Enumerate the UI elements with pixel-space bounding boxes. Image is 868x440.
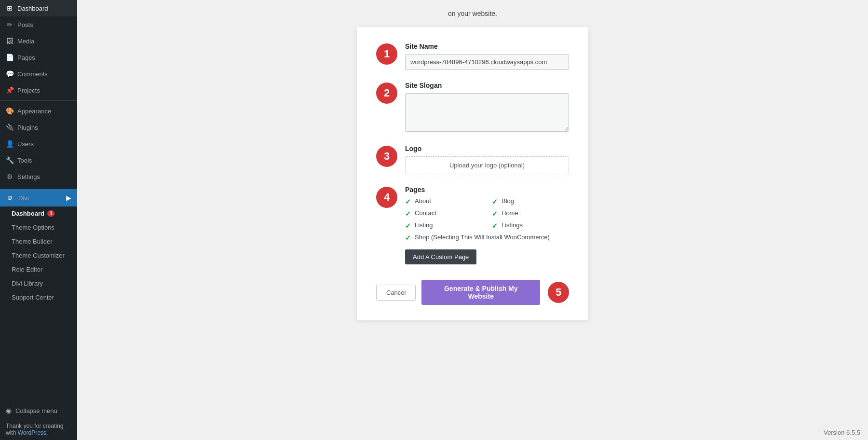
page-item-about: ✓ About [405,197,482,206]
appearance-icon: 🎨 [6,107,14,115]
page-name-home: Home [502,209,518,217]
logo-upload-button[interactable]: Upload your logo (optional) [405,156,569,174]
step-4-circle: 4 [376,187,397,208]
step-2-label: Site Slogan [405,82,569,89]
sidebar-item-appearance[interactable]: 🎨 Appearance [0,103,77,119]
step-4-section: 4 Pages ✓ About ✓ Blog ✓ [376,186,569,242]
divi-sub-item-theme-options[interactable]: Theme Options [0,220,77,234]
page-name-blog: Blog [502,197,514,205]
page-item-shop: ✓ Shop (Selecting This Will Install WooC… [405,234,569,242]
divi-sub-item-label: Theme Customizer [12,252,65,259]
pages-icon: 📄 [6,54,14,61]
media-icon: 🖼 [6,37,14,45]
active-indicator: ▶ [66,194,71,202]
divi-sub-item-dashboard[interactable]: Dashboard 1 [0,206,77,220]
add-custom-page-button[interactable]: Add A Custom Page [405,249,476,264]
divi-sub-item-theme-customizer[interactable]: Theme Customizer [0,248,77,262]
page-item-blog: ✓ Blog [492,197,569,206]
collapse-menu-button[interactable]: ◉ Collapse menu [0,402,77,419]
posts-icon: ✏ [6,21,14,28]
sidebar-item-label: Tools [17,157,32,164]
main-content: on your website. 1 Site Name 2 Site Slog… [77,0,868,440]
sidebar-item-label: Settings [17,173,40,180]
check-shop: ✓ [405,234,411,242]
sidebar-item-posts[interactable]: ✏ Posts [0,16,77,33]
step-2-section: 2 Site Slogan [376,82,569,133]
divi-sub-item-label: Theme Options [12,224,54,231]
sidebar-item-label: Posts [17,21,33,28]
divi-sub-item-label: Divi Library [12,280,43,287]
page-item-listing: ✓ Listing [405,221,482,230]
sidebar-item-settings[interactable]: ⚙ Settings [0,168,77,185]
step-3-content: Logo Upload your logo (optional) [405,145,569,174]
sidebar-item-label: Dashboard [17,5,48,12]
sidebar-item-pages[interactable]: 📄 Pages [0,49,77,66]
wordpress-link[interactable]: WordPress [18,429,46,436]
step-1-label: Site Name [405,42,569,50]
sidebar-item-divi[interactable]: D Divi ▶ [0,189,77,206]
collapse-icon: ◉ [6,407,12,414]
pages-label: Pages [405,186,569,193]
divi-sub-item-theme-builder[interactable]: Theme Builder [0,234,77,248]
page-name-listing: Listing [415,221,433,229]
divi-sub-item-role-editor[interactable]: Role Editor [0,262,77,276]
sidebar-item-plugins[interactable]: 🔌 Plugins [0,119,77,136]
users-icon: 👤 [6,140,14,148]
sidebar-item-comments[interactable]: 💬 Comments [0,66,77,82]
page-name-shop: Shop (Selecting This Will Install WooCom… [415,234,550,241]
step-4-content: Pages ✓ About ✓ Blog ✓ Contact [405,186,569,242]
page-name-about: About [415,197,431,205]
divi-sub-item-label: Role Editor [12,266,42,273]
check-blog: ✓ [492,198,498,206]
divi-sub-item-divi-library[interactable]: Divi Library [0,276,77,290]
sidebar-item-label: Comments [17,70,48,78]
page-name-contact: Contact [415,209,436,217]
sidebar-item-dashboard[interactable]: ⊞ Dashboard [0,0,77,16]
sidebar-item-label: Divi [18,194,29,202]
dashboard-badge: 1 [47,210,55,217]
sidebar-item-label: Media [17,38,34,45]
page-item-contact: ✓ Contact [405,209,482,218]
site-slogan-textarea[interactable] [405,93,569,132]
step-1-content: Site Name [405,42,569,70]
button-row: Cancel Generate & Publish My Website 5 [376,276,569,305]
sidebar-item-projects[interactable]: 📌 Projects [0,82,77,98]
cancel-button[interactable]: Cancel [376,285,416,301]
sidebar-item-label: Projects [17,87,40,94]
step-5-circle: 5 [548,282,569,303]
sidebar-item-media[interactable]: 🖼 Media [0,33,77,49]
step-2-content: Site Slogan [405,82,569,133]
generate-publish-button[interactable]: Generate & Publish My Website [421,280,540,305]
collapse-label: Collapse menu [15,407,57,414]
sidebar: ⊞ Dashboard ✏ Posts 🖼 Media 📄 Pages 💬 Co… [0,0,77,440]
check-contact: ✓ [405,210,411,218]
version-text: Version 6.5.5 [824,429,860,436]
sidebar-divider-2 [0,187,77,187]
site-name-input[interactable] [405,54,569,70]
tools-icon: 🔧 [6,156,14,164]
step-1-circle: 1 [376,43,397,65]
pages-grid: ✓ About ✓ Blog ✓ Contact ✓ [405,197,569,242]
sidebar-divider-1 [0,100,77,101]
sidebar-item-users[interactable]: 👤 Users [0,136,77,152]
comments-icon: 💬 [6,70,14,78]
sidebar-item-label: Plugins [17,124,38,131]
step-3-label: Logo [405,145,569,152]
check-listing: ✓ [405,222,411,230]
divi-sub-item-support-center[interactable]: Support Center [0,290,77,304]
settings-icon: ⚙ [6,173,14,180]
sidebar-item-label: Pages [17,54,35,61]
divi-icon: D [6,193,14,202]
step-2-circle: 2 [376,82,397,104]
step-3-section: 3 Logo Upload your logo (optional) [376,145,569,174]
page-name-listings: Listings [502,221,523,229]
check-about: ✓ [405,198,411,206]
footer-text-after: . [46,429,48,436]
divi-sub-item-label: Support Center [12,294,54,301]
plugins-icon: 🔌 [6,124,14,131]
step-1-section: 1 Site Name [376,42,569,70]
divi-sub-item-label: Theme Builder [12,238,53,245]
step-4-wrapper: 4 Pages ✓ About ✓ Blog ✓ [376,186,569,276]
page-item-listings: ✓ Listings [492,221,569,230]
sidebar-item-tools[interactable]: 🔧 Tools [0,152,77,168]
